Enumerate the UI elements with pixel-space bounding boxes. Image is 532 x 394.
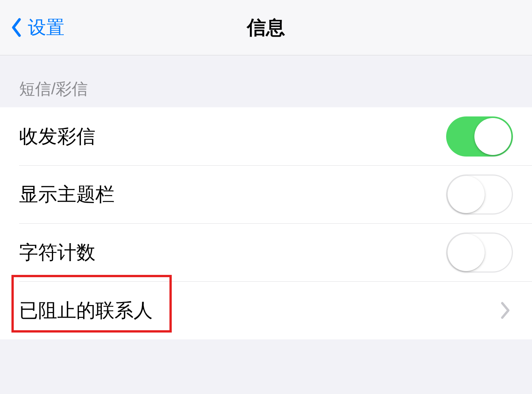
- page-title: 信息: [247, 15, 285, 40]
- row-charcount[interactable]: 字符计数: [0, 223, 532, 281]
- nav-bar: 设置 信息: [0, 0, 532, 55]
- row-label: 已阻止的联系人: [19, 298, 153, 323]
- toggle-charcount[interactable]: [446, 233, 513, 273]
- row-label: 字符计数: [19, 240, 95, 265]
- section-header: 短信/彩信: [0, 55, 532, 107]
- row-label: 显示主题栏: [19, 182, 114, 207]
- chevron-right-icon: [500, 301, 513, 320]
- chevron-left-icon: [8, 16, 25, 39]
- back-button[interactable]: 设置: [8, 15, 64, 40]
- row-blocked-contacts[interactable]: 已阻止的联系人: [0, 281, 532, 339]
- row-subject[interactable]: 显示主题栏: [0, 165, 532, 223]
- toggle-knob: [448, 176, 485, 213]
- toggle-knob: [474, 118, 511, 155]
- toggle-mms[interactable]: [446, 116, 513, 157]
- settings-group: 收发彩信 显示主题栏 字符计数 已阻止的联系人: [0, 107, 532, 339]
- toggle-knob: [448, 234, 485, 271]
- row-label: 收发彩信: [19, 124, 95, 149]
- back-label: 设置: [28, 15, 64, 40]
- row-mms[interactable]: 收发彩信: [0, 107, 532, 165]
- toggle-subject[interactable]: [446, 174, 513, 215]
